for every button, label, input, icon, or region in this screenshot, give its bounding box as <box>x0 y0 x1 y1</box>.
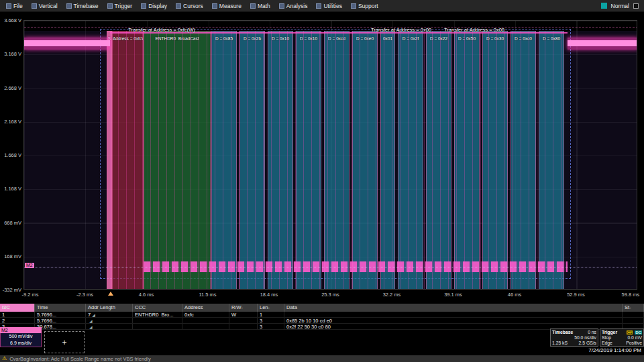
m2-descriptor-body[interactable]: 500 mV/div 6.9 ms/div <box>0 333 42 347</box>
cell-len: 3 <box>258 324 284 329</box>
menu-support[interactable]: Support <box>347 0 384 12</box>
column-header-address[interactable]: Address <box>182 304 229 312</box>
menu-label: Utilities <box>323 3 341 9</box>
cell-time: 5.7696... <box>35 318 86 323</box>
cell-data: 0x85 2b 10 10 cd e0 <box>284 318 623 323</box>
time-axis-label: -9.2 ms <box>21 292 38 298</box>
cell-rw <box>229 318 258 323</box>
menu-label: Display <box>148 3 167 9</box>
cell-time: 30.678... <box>35 324 86 329</box>
cell-ccc <box>133 324 182 329</box>
menu-timebase[interactable]: Timebase <box>63 0 104 12</box>
trigger-type: Edge <box>602 341 612 346</box>
time-axis-label: 46 ms <box>508 292 521 298</box>
menu-measure[interactable]: Measure <box>209 0 247 12</box>
transfer-annotation: Transfer at Address = 0x00 <box>437 27 511 33</box>
menu-label: Support <box>358 3 378 9</box>
trigger-slope: Positive <box>626 341 642 346</box>
trigger-position-marker[interactable] <box>108 292 113 296</box>
time-axis-label: 25.3 ms <box>321 292 339 298</box>
menu-label: Analysis <box>286 3 308 9</box>
table-row[interactable]: 330.678...◢30x2f 22 50 30 c0 80 <box>0 324 644 330</box>
table-row[interactable]: 25.7696...◢30x85 2b 10 10 cd e0 <box>0 318 644 324</box>
menu-analysis[interactable]: Analysis <box>276 0 313 12</box>
graticule[interactable]: SAddress = 0xfcWENTHDR0_BroadCastD = 0x8… <box>23 20 637 290</box>
acquisition-mode-label: Normal <box>611 3 629 9</box>
cell-len: 3 <box>258 318 284 323</box>
addr-length-value: 7 <box>88 312 91 317</box>
expand-icon[interactable]: ◢ <box>92 313 95 317</box>
column-header-r-w-[interactable]: R/W- <box>229 304 258 312</box>
decode-table-header: I3C TimeAddr LengthCCCAddressR/W-Len-Dat… <box>0 304 644 312</box>
column-header-st-[interactable]: St- <box>623 304 644 312</box>
math-icon <box>250 3 256 9</box>
measure-icon <box>212 3 217 9</box>
timebase-offset: 0 ns <box>588 330 596 335</box>
acquisition-indicator-icon <box>633 3 639 9</box>
menu-label: Cursors <box>183 3 203 9</box>
time-axis-label: 32.2 ms <box>383 292 401 298</box>
m2-descriptor-box[interactable]: M2 500 mV/div 6.9 ms/div <box>0 327 42 347</box>
row-index: 2 <box>0 318 35 323</box>
expand-icon[interactable]: ◢ <box>89 325 93 329</box>
time-axis-label: 18.4 ms <box>260 292 278 298</box>
datetime-display: 7/24/2019 1:14:00 PM <box>588 347 641 353</box>
menu-utilities[interactable]: Utilities <box>313 0 347 12</box>
transfer-annotation: Transfer at Address = 0x00 <box>364 27 438 33</box>
cell-addr-length: ◢ <box>86 318 133 323</box>
timebase-box[interactable]: Timebase 0 ns 50.0 ns/div 1.25 kS 2.5 GS… <box>550 328 598 347</box>
cell-addr-length: ◢ <box>86 324 133 329</box>
column-header-data[interactable]: Data <box>284 304 623 312</box>
cell-address <box>182 318 229 323</box>
analysis-icon <box>279 3 284 9</box>
menu-label: Vertical <box>39 3 58 9</box>
m2-vertical-scale: 500 mV/div <box>1 333 41 340</box>
support-icon <box>351 3 356 9</box>
menu-label: File <box>13 3 23 9</box>
time-axis-label: 59.8 ms <box>622 292 640 298</box>
cell-address: 0xfc <box>182 312 229 317</box>
voltage-axis-label: 668 mV <box>4 220 21 226</box>
cell-ccc: ENTHDR0_Bro... <box>133 312 182 317</box>
trigger-box[interactable]: Trigger C1 DC Stop 0.0 mV Edge Positive <box>600 328 644 347</box>
plus-icon: + <box>62 338 66 347</box>
trigger-source-badge: C1 <box>627 330 633 335</box>
column-header-ccc[interactable]: CCC <box>133 304 182 312</box>
time-axis-label: 39.1 ms <box>444 292 462 298</box>
menu-math[interactable]: Math <box>247 0 276 12</box>
cursors-icon <box>176 3 181 9</box>
cell-len: 1 <box>258 312 284 317</box>
m2-descriptor-tab[interactable]: M2 <box>0 327 42 333</box>
voltage-axis-label: 1.168 V <box>4 186 21 192</box>
time-axis-label: -2.3 ms <box>76 292 93 298</box>
voltage-axis-label: 168 mV <box>4 253 21 259</box>
voltage-axis-label: 2.668 V <box>4 85 21 91</box>
file-icon <box>6 3 11 9</box>
cell-time: 5.7696... <box>35 312 86 317</box>
status-message: CvarBagInvariant: Adc Full Scale Range n… <box>9 356 151 362</box>
column-header-addr-length[interactable]: Addr Length <box>86 304 133 312</box>
row-index: 1 <box>0 312 35 317</box>
menu-file[interactable]: File <box>3 0 28 12</box>
menu-vertical[interactable]: Vertical <box>28 0 63 12</box>
menu-display[interactable]: Display <box>138 0 172 12</box>
warning-icon: ⚠ <box>2 355 7 362</box>
voltage-axis-label: 3.668 V <box>4 17 21 23</box>
vertical-icon <box>32 3 37 9</box>
voltage-axis-label: 1.668 V <box>4 152 21 158</box>
expand-icon[interactable]: ◢ <box>89 319 93 323</box>
column-header-len-[interactable]: Len- <box>258 304 284 312</box>
menu-label: Measure <box>219 3 241 9</box>
waveform-trace-high-left-core <box>24 40 110 46</box>
table-row[interactable]: 15.7696...7◢ENTHDR0_Bro...0xfcW1 <box>0 312 644 318</box>
acquisition-status: Normal <box>601 3 641 9</box>
menu-trigger[interactable]: Trigger <box>104 0 138 12</box>
column-header-time[interactable]: Time <box>35 304 86 312</box>
trigger-icon <box>107 3 113 9</box>
time-axis-label: 4.6 ms <box>139 292 154 298</box>
m2-trace-label[interactable]: M2 <box>25 263 34 268</box>
add-trace-button[interactable]: + <box>44 331 85 353</box>
protocol-label[interactable]: I3C <box>0 304 35 312</box>
waveform-plot[interactable]: 3.668 V3.168 V2.668 V2.168 V1.668 V1.168… <box>0 12 644 304</box>
menu-cursors[interactable]: Cursors <box>172 0 209 12</box>
